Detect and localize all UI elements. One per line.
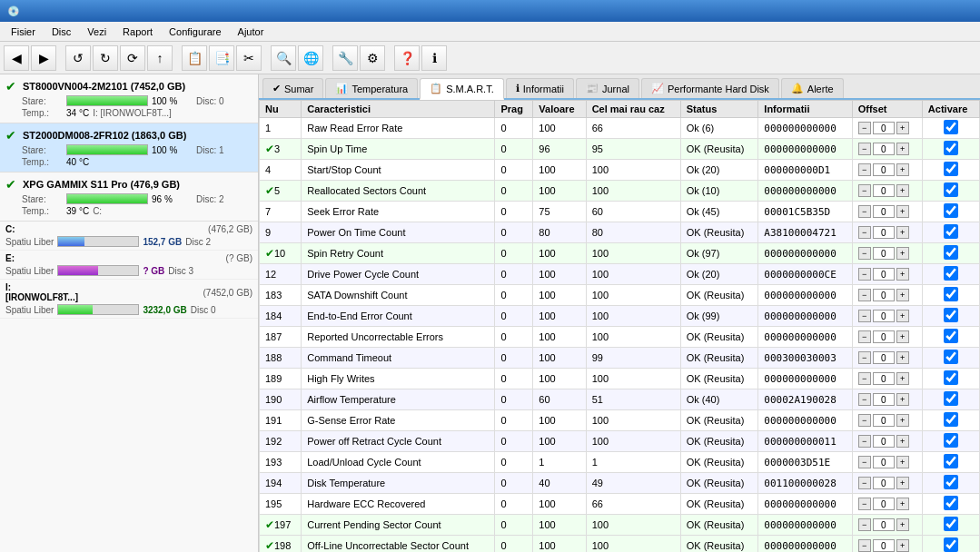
- activare-checkbox[interactable]: [944, 141, 958, 155]
- activare-checkbox[interactable]: [944, 537, 958, 552]
- offset-plus-button[interactable]: +: [896, 393, 909, 406]
- offset-plus-button[interactable]: +: [896, 518, 909, 531]
- offset-input[interactable]: [873, 226, 895, 239]
- offset-plus-button[interactable]: +: [896, 330, 909, 343]
- offset-minus-button[interactable]: −: [858, 310, 871, 322]
- tb-earth-button[interactable]: 🌐: [298, 45, 323, 71]
- tab-temperatura[interactable]: 📊Temperatura: [325, 78, 418, 98]
- offset-minus-button[interactable]: −: [858, 122, 871, 134]
- tab-informatii[interactable]: ℹInformatii: [506, 78, 574, 98]
- offset-plus-button[interactable]: +: [896, 122, 909, 134]
- activare-checkbox[interactable]: [944, 287, 958, 301]
- activare-checkbox[interactable]: [944, 350, 958, 364]
- menu-item-fisier[interactable]: Fisier: [4, 25, 43, 39]
- offset-plus-button[interactable]: +: [896, 268, 909, 281]
- tb-forward-button[interactable]: ▶: [31, 45, 56, 71]
- activare-checkbox[interactable]: [944, 308, 958, 322]
- offset-input[interactable]: [873, 247, 895, 260]
- offset-input[interactable]: [873, 351, 895, 364]
- offset-plus-button[interactable]: +: [896, 226, 909, 239]
- tb-info-button[interactable]: ℹ: [421, 45, 447, 71]
- offset-input[interactable]: [873, 330, 895, 343]
- offset-minus-button[interactable]: −: [858, 268, 871, 281]
- offset-plus-button[interactable]: +: [896, 456, 909, 468]
- tab-sumar[interactable]: ✔Sumar: [262, 78, 323, 98]
- menu-item-ajutor[interactable]: Ajutor: [231, 25, 272, 39]
- activare-checkbox[interactable]: [944, 433, 958, 448]
- offset-input[interactable]: [873, 539, 895, 552]
- offset-input[interactable]: [873, 414, 895, 427]
- offset-minus-button[interactable]: −: [858, 498, 871, 510]
- offset-minus-button[interactable]: −: [858, 456, 871, 468]
- menu-item-raport[interactable]: Raport: [115, 25, 160, 39]
- activare-checkbox[interactable]: [944, 162, 958, 176]
- offset-plus-button[interactable]: +: [896, 163, 909, 176]
- menu-item-vezi[interactable]: Vezi: [80, 25, 114, 39]
- offset-plus-button[interactable]: +: [896, 184, 909, 197]
- offset-plus-button[interactable]: +: [896, 414, 909, 427]
- activare-checkbox[interactable]: [944, 224, 958, 239]
- offset-input[interactable]: [873, 372, 895, 385]
- offset-input[interactable]: [873, 205, 895, 218]
- activare-checkbox[interactable]: [944, 475, 958, 489]
- offset-minus-button[interactable]: −: [858, 205, 871, 218]
- offset-plus-button[interactable]: +: [896, 351, 909, 364]
- offset-plus-button[interactable]: +: [896, 372, 909, 385]
- offset-minus-button[interactable]: −: [858, 143, 871, 155]
- offset-minus-button[interactable]: −: [858, 163, 871, 176]
- smart-table[interactable]: NuCaracteristiciPragValoareCel mai rau c…: [259, 100, 980, 552]
- activare-checkbox[interactable]: [944, 412, 958, 427]
- offset-plus-button[interactable]: +: [896, 477, 909, 489]
- tb-wrench-button[interactable]: 🔧: [332, 45, 358, 71]
- offset-input[interactable]: [873, 289, 895, 301]
- offset-minus-button[interactable]: −: [858, 393, 871, 406]
- offset-plus-button[interactable]: +: [896, 435, 909, 448]
- offset-input[interactable]: [873, 163, 895, 176]
- offset-plus-button[interactable]: +: [896, 247, 909, 260]
- offset-minus-button[interactable]: −: [858, 289, 871, 301]
- activare-checkbox[interactable]: [944, 329, 958, 343]
- tb-paste-button[interactable]: 📑: [209, 45, 234, 71]
- tb-help-button[interactable]: ❓: [394, 45, 420, 71]
- activare-checkbox[interactable]: [944, 203, 958, 218]
- offset-input[interactable]: [873, 477, 895, 489]
- offset-plus-button[interactable]: +: [896, 310, 909, 322]
- offset-minus-button[interactable]: −: [858, 247, 871, 260]
- offset-input[interactable]: [873, 143, 895, 155]
- offset-minus-button[interactable]: −: [858, 518, 871, 531]
- offset-input[interactable]: [873, 268, 895, 281]
- offset-minus-button[interactable]: −: [858, 372, 871, 385]
- tb-up-button[interactable]: ↑: [147, 45, 173, 71]
- tb-back-button[interactable]: ◀: [4, 45, 29, 71]
- menu-item-disc[interactable]: Disc: [45, 25, 78, 39]
- tb-search-button[interactable]: 🔍: [271, 45, 296, 71]
- tb-settings-button[interactable]: ⚙: [360, 45, 385, 71]
- tb-rotate-right-button[interactable]: ↻: [93, 45, 118, 71]
- activare-checkbox[interactable]: [944, 266, 958, 281]
- activare-checkbox[interactable]: [944, 182, 958, 197]
- offset-minus-button[interactable]: −: [858, 477, 871, 489]
- menu-item-configurare[interactable]: Configurare: [162, 25, 228, 39]
- tb-cut-button[interactable]: ✂: [236, 45, 262, 71]
- activare-checkbox[interactable]: [944, 391, 958, 406]
- offset-input[interactable]: [873, 456, 895, 468]
- offset-input[interactable]: [873, 310, 895, 322]
- offset-input[interactable]: [873, 122, 895, 134]
- offset-minus-button[interactable]: −: [858, 184, 871, 197]
- tb-rotate-button[interactable]: ⟳: [120, 45, 145, 71]
- activare-checkbox[interactable]: [944, 120, 958, 134]
- offset-minus-button[interactable]: −: [858, 435, 871, 448]
- offset-plus-button[interactable]: +: [896, 289, 909, 301]
- tab-alerte[interactable]: 🔔Alerte: [781, 78, 844, 98]
- offset-plus-button[interactable]: +: [896, 205, 909, 218]
- offset-minus-button[interactable]: −: [858, 414, 871, 427]
- offset-input[interactable]: [873, 498, 895, 510]
- offset-minus-button[interactable]: −: [858, 226, 871, 239]
- tb-copy-button[interactable]: 📋: [182, 45, 207, 71]
- offset-input[interactable]: [873, 393, 895, 406]
- offset-minus-button[interactable]: −: [858, 351, 871, 364]
- offset-input[interactable]: [873, 184, 895, 197]
- offset-minus-button[interactable]: −: [858, 330, 871, 343]
- offset-plus-button[interactable]: +: [896, 143, 909, 155]
- tab-smart[interactable]: 📋S.M.A.R.T.: [420, 78, 504, 100]
